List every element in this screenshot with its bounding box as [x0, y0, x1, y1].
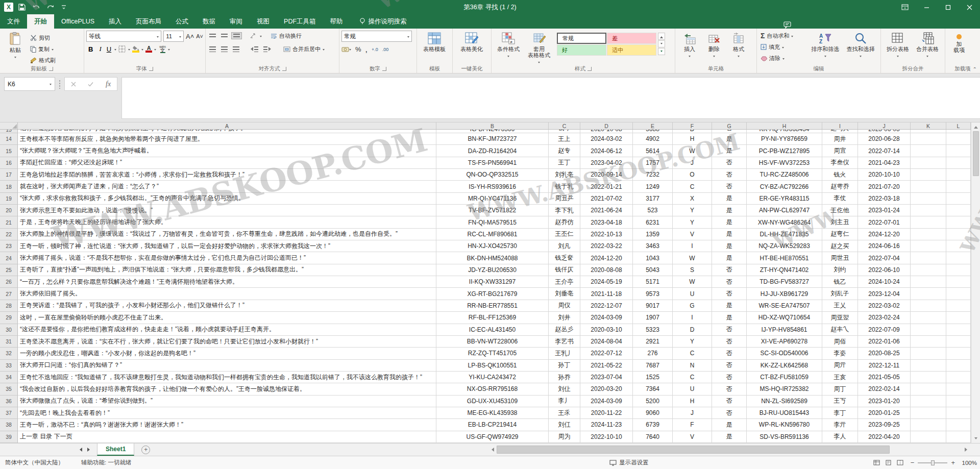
column-header-L[interactable]: L [946, 122, 971, 129]
borders-icon[interactable] [118, 45, 126, 53]
cell-C31[interactable]: 李艺书 [549, 336, 580, 348]
cell-G20[interactable]: 是 [712, 205, 747, 216]
cell-I28[interactable]: 王乂 [822, 300, 858, 312]
cell-C15[interactable]: 赵专 [549, 145, 580, 157]
cell-C34[interactable]: 孙乔 [549, 372, 580, 383]
cell-H28[interactable]: WR-SE-EA747507 [747, 300, 822, 312]
cell-E39[interactable]: 7640 [633, 431, 673, 443]
row-header-18[interactable]: 18 [0, 181, 18, 192]
comments-icon[interactable] [783, 21, 791, 29]
align-left-button[interactable] [208, 45, 217, 53]
cell-H13[interactable]: KK-AQ-AU668454 [747, 130, 822, 133]
cell-B37[interactable]: ME-EG-KL435938 [436, 407, 549, 419]
cell-G14[interactable]: 是 [712, 133, 747, 145]
cell-K16[interactable] [911, 157, 946, 169]
cell-F15[interactable]: W [673, 145, 712, 157]
cell-J26[interactable]: 2024-10-24 [858, 276, 911, 288]
scroll-left-icon[interactable] [487, 445, 496, 454]
cell-H24[interactable]: HT-BE-HE870551 [747, 252, 822, 264]
cell-E33[interactable]: 7687 [633, 360, 673, 372]
cell-K14[interactable] [911, 133, 946, 145]
cell-K27[interactable] [911, 288, 946, 300]
cell-E13[interactable]: 5688 [633, 130, 673, 133]
format-as-table-button[interactable]: 套用 表格格式 [523, 31, 555, 66]
cell-J30[interactable]: 2022-07-09 [858, 324, 911, 336]
merge-table-button[interactable]: 合并表格 [913, 31, 942, 60]
row-header-37[interactable]: 37 [0, 407, 18, 419]
cell-B31[interactable]: BB-VN-WT228006 [436, 336, 549, 348]
cell-G13[interactable]: 否 [712, 130, 747, 133]
cell-C35[interactable]: 刘仩 [549, 383, 580, 395]
cell-I39[interactable]: 李人 [822, 431, 858, 443]
delete-cells-button[interactable]: 删除 [702, 31, 726, 60]
cell-style-好[interactable]: 好 [557, 44, 606, 56]
decrease-decimal-button[interactable]: .00 [382, 47, 389, 52]
cell-A14[interactable]: 王奇根本不等李陌有所反应，就急匆匆地带着两个孩子闯进了屋里。 [18, 133, 436, 145]
cell-F36[interactable]: H [673, 396, 712, 407]
align-middle-button[interactable] [219, 33, 229, 39]
cell-B24[interactable]: BK-DN-HM524088 [436, 252, 549, 264]
cell-D34[interactable]: 2023-07-04 [580, 372, 633, 383]
cell-E19[interactable]: 3177 [633, 193, 673, 205]
cell-J27[interactable]: 2023-12-04 [858, 288, 911, 300]
sheet-next-icon[interactable] [87, 448, 92, 452]
cell-C23[interactable]: 刘凡 [549, 240, 580, 252]
cell-A36[interactable]: 张大师微微点了点头，说道：“希望你说到做到。” [18, 396, 436, 407]
cell-H19[interactable]: ER-GE-YR483115 [747, 193, 822, 205]
cell-J14[interactable]: 2020-06-28 [858, 133, 911, 145]
cell-E16[interactable]: 1757 [633, 157, 673, 169]
cell-K30[interactable] [911, 324, 946, 336]
cell-G18[interactable]: 否 [712, 181, 747, 192]
cell-J20[interactable]: 2023-01-24 [858, 205, 911, 216]
cell-A35[interactable]: “我会改过自新的，以后我会好好培养教育我的孩子，让他们做一个有爱心的人。”王奇一… [18, 383, 436, 395]
column-header-B[interactable]: B [436, 122, 549, 129]
cell-I38[interactable]: 李亓 [822, 419, 858, 431]
column-header-A[interactable]: A [18, 122, 436, 129]
tab-data[interactable]: 数据 [195, 14, 223, 29]
row-header-28[interactable]: 28 [0, 300, 18, 312]
row-header-32[interactable]: 32 [0, 348, 18, 359]
cell-E26[interactable]: 5171 [633, 276, 673, 288]
cell-F13[interactable]: D [673, 130, 712, 133]
cell-B16[interactable]: TS-FS-PN569941 [436, 157, 549, 169]
cell-I24[interactable]: 周世丑 [822, 252, 858, 264]
cell-H36[interactable]: NN-ZL-SI692589 [747, 396, 822, 407]
cell-D18[interactable]: 2022-01-21 [580, 181, 633, 192]
cell-I23[interactable]: 赵之买 [822, 240, 858, 252]
cell-B27[interactable]: XG-RT-BG217679 [436, 288, 549, 300]
cell-E28[interactable]: 9017 [633, 300, 673, 312]
cell-L15[interactable] [946, 145, 971, 157]
cell-L20[interactable] [946, 205, 971, 216]
cell-E18[interactable]: 1249 [633, 181, 673, 192]
row-header-23[interactable]: 23 [0, 240, 18, 252]
cell-G36[interactable]: 否 [712, 396, 747, 407]
cell-J16[interactable]: 2021-04-23 [858, 157, 911, 169]
cell-I22[interactable]: 赵弯仁 [822, 229, 858, 240]
cell-J24[interactable]: 2022-07-04 [858, 252, 911, 264]
cell-H20[interactable]: AN-PW-CL629747 [747, 205, 822, 216]
cell-C20[interactable]: 李下乳 [549, 205, 580, 216]
cell-G27[interactable]: 否 [712, 288, 747, 300]
alignment-dialog-launcher-icon[interactable] [282, 67, 286, 71]
row-header-21[interactable]: 21 [0, 216, 18, 228]
cell-I35[interactable]: 周丁 [822, 383, 858, 395]
cell-D19[interactable]: 2021-07-02 [580, 193, 633, 205]
cell-E23[interactable]: 3463 [633, 240, 673, 252]
select-all-corner[interactable] [0, 122, 18, 129]
cell-E31[interactable]: 2921 [633, 336, 673, 348]
cell-I17[interactable]: 钱火 [822, 169, 858, 181]
row-header-26[interactable]: 26 [0, 276, 18, 288]
column-header-K[interactable]: K [911, 122, 946, 129]
cell-J34[interactable]: 2021-05-05 [858, 372, 911, 383]
gallery-up-icon[interactable] [658, 33, 665, 40]
cell-F33[interactable]: N [673, 360, 712, 372]
cell-G31[interactable]: 否 [712, 336, 747, 348]
cell-G30[interactable]: 否 [712, 324, 747, 336]
cell-D16[interactable]: 2023-04-02 [580, 157, 633, 169]
cell-D30[interactable]: 2020-03-10 [580, 324, 633, 336]
percent-style-button[interactable]: % [355, 45, 361, 53]
cell-D26[interactable]: 2024-05-19 [580, 276, 633, 288]
conditional-formatting-button[interactable]: ≠ 条件格式 [494, 31, 523, 60]
row-header-34[interactable]: 34 [0, 372, 18, 383]
cell-B29[interactable]: RF-BL-FF125369 [436, 312, 549, 324]
